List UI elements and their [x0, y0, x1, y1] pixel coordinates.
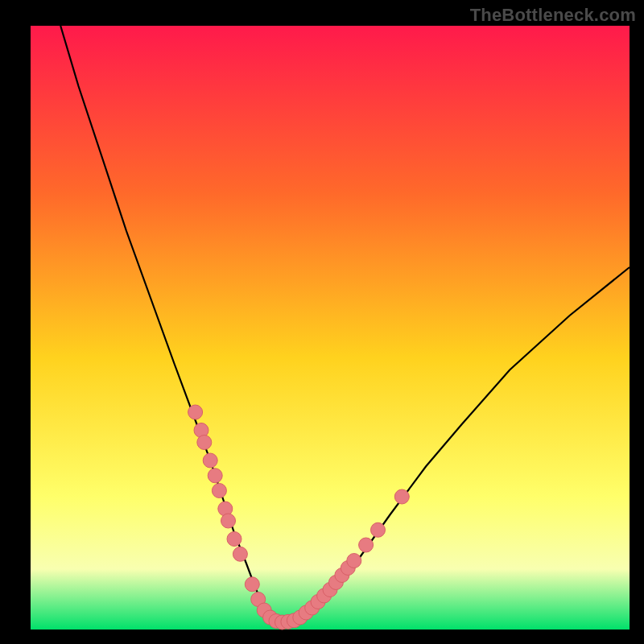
- data-dot: [197, 436, 212, 450]
- data-dot: [371, 522, 386, 537]
- chart-container: TheBottleneck.com: [0, 0, 644, 644]
- plot-area: [31, 26, 630, 630]
- data-dot: [212, 484, 226, 498]
- data-dot: [245, 577, 259, 592]
- bottleneck-chart: [0, 0, 644, 644]
- data-dot: [203, 453, 217, 468]
- data-dot: [188, 405, 203, 419]
- data-dot: [394, 489, 409, 504]
- data-dot: [359, 538, 374, 552]
- data-dot: [227, 532, 242, 547]
- data-dot: [221, 514, 236, 528]
- data-dot: [347, 554, 361, 568]
- data-dot: [233, 547, 247, 561]
- data-dot: [208, 469, 222, 483]
- watermark-text: TheBottleneck.com: [470, 5, 636, 26]
